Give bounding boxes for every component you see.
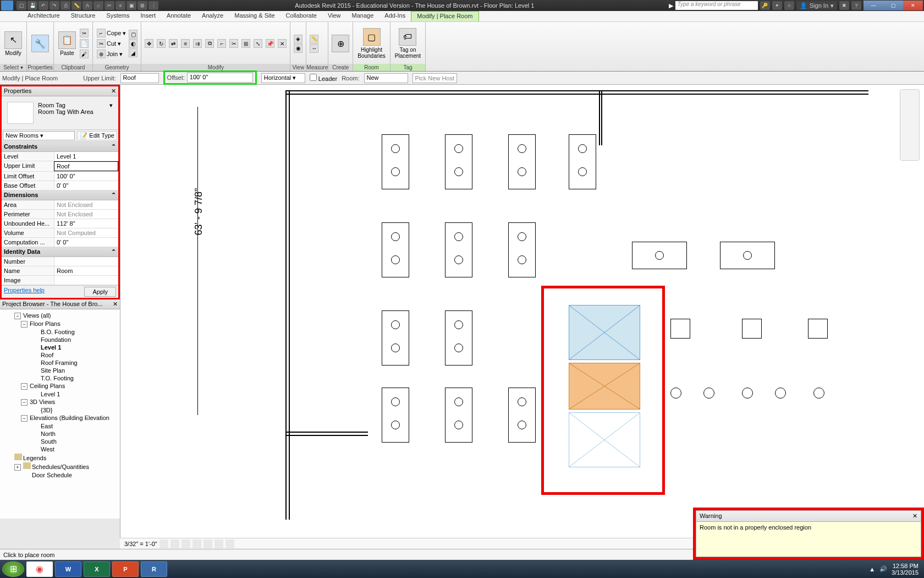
modify-button[interactable]: ↖Modify xyxy=(3,30,23,57)
qat-section-icon[interactable]: ✂ xyxy=(105,1,114,10)
help-icon[interactable]: ? xyxy=(851,1,861,10)
rotate-icon[interactable]: ↻ xyxy=(157,39,166,48)
array-icon[interactable]: ⊞ xyxy=(241,39,250,48)
offset-icon[interactable]: ⇉ xyxy=(193,39,202,48)
qat-undo-icon[interactable]: ↶ xyxy=(38,1,48,10)
browser-close-icon[interactable]: ✕ xyxy=(113,301,118,308)
word-icon[interactable]: W xyxy=(55,561,81,577)
qat-redo-icon[interactable]: ↷ xyxy=(50,1,59,10)
tab-collaborate[interactable]: Collaborate xyxy=(280,11,322,21)
category-dimensions[interactable]: Dimensions⌃ xyxy=(2,190,118,200)
navigation-cube[interactable] xyxy=(900,89,920,161)
vc-reveal-icon[interactable] xyxy=(226,539,234,548)
apply-button[interactable]: Apply xyxy=(84,287,116,297)
tab-annotate[interactable]: Annotate xyxy=(161,11,196,21)
qat-3d-icon[interactable]: ⌂ xyxy=(94,1,103,10)
tab-insert[interactable]: Insert xyxy=(135,11,162,21)
properties-close-icon[interactable]: ✕ xyxy=(111,88,116,95)
signin-button[interactable]: 👤Sign In▾ xyxy=(796,1,837,10)
properties-help-link[interactable]: Properties help xyxy=(4,287,45,297)
orientation-select[interactable]: Horizontal ▾ xyxy=(261,73,305,83)
filter-select[interactable]: New Rooms ▾ xyxy=(3,131,75,140)
move-icon[interactable]: ✥ xyxy=(145,39,153,48)
tab-addins[interactable]: Add-Ins xyxy=(379,11,411,21)
tab-analyze[interactable]: Analyze xyxy=(196,11,229,21)
vc-visual-style-icon[interactable] xyxy=(170,539,179,548)
warning-close-icon[interactable]: ✕ xyxy=(912,512,917,520)
view-icon1[interactable]: ◈ xyxy=(294,35,302,43)
cut-geom-button[interactable]: ✂Cut ▾ xyxy=(96,39,127,48)
tray-up-icon[interactable]: ▲ xyxy=(869,566,875,572)
pin-icon[interactable]: 📌 xyxy=(266,39,274,48)
qat-text-icon[interactable]: A xyxy=(82,1,92,10)
tab-modify-place-room[interactable]: Modify | Place Room xyxy=(411,11,479,21)
subscription-icon[interactable]: 🔑 xyxy=(760,1,770,10)
category-identity[interactable]: Identity Data⌃ xyxy=(2,247,118,257)
delete-icon[interactable]: ✕ xyxy=(278,39,287,48)
join-button[interactable]: ⊕Join ▾ xyxy=(96,49,127,59)
close-button[interactable]: ✕ xyxy=(903,1,923,10)
edit-type-button[interactable]: 📝 Edit Type xyxy=(77,131,117,140)
vc-hide-icon[interactable] xyxy=(215,539,223,548)
browser-tree[interactable]: −Views (all) −Floor Plans B.O. Footing F… xyxy=(0,309,120,519)
tray-sound-icon[interactable]: 🔊 xyxy=(879,565,887,572)
copy-button[interactable]: 📄 xyxy=(79,39,89,48)
scale-icon[interactable]: ⤡ xyxy=(254,39,262,48)
prop-value[interactable]: 112' 8" xyxy=(54,219,118,228)
tab-architecture[interactable]: Architecture xyxy=(22,11,65,21)
prop-value[interactable] xyxy=(54,257,118,266)
vc-shadows-icon[interactable] xyxy=(193,539,201,548)
split-icon[interactable]: ✂ xyxy=(229,39,238,48)
qat-save-icon[interactable]: 💾 xyxy=(28,1,37,10)
copy-modify-icon[interactable]: ⧉ xyxy=(205,39,214,48)
highlight-boundaries-button[interactable]: ▢Highlight Boundaries xyxy=(356,27,387,60)
vc-sun-icon[interactable] xyxy=(182,539,190,548)
trim-icon[interactable]: ⌐ xyxy=(217,39,226,48)
mirror-icon[interactable]: ⇄ xyxy=(169,39,178,48)
qat-dropdown-icon[interactable]: ⋮ xyxy=(148,1,158,10)
excel-icon[interactable]: X xyxy=(84,561,110,577)
tab-systems[interactable]: Systems xyxy=(101,11,135,21)
exchange-icon[interactable]: ✦ xyxy=(772,1,782,10)
prop-value[interactable]: 0' 0" xyxy=(54,181,118,190)
app-menu-icon[interactable] xyxy=(1,1,13,10)
category-constraints[interactable]: Constraints⌃ xyxy=(2,142,118,152)
tag-placement-button[interactable]: 🏷Tag on Placement xyxy=(394,27,422,60)
powerpoint-icon[interactable]: P xyxy=(112,561,139,577)
tab-structure[interactable]: Structure xyxy=(65,11,101,21)
type-selector[interactable]: Room Tag Room Tag With Area ▾ xyxy=(2,96,118,130)
pick-new-host-button[interactable]: Pick New Host xyxy=(413,73,458,83)
view-icon2[interactable]: ◉ xyxy=(294,44,302,53)
exchange-apps-icon[interactable]: ✖ xyxy=(839,1,849,10)
vc-detail-icon[interactable] xyxy=(160,539,168,548)
search-input[interactable]: Type a keyword or phrase xyxy=(675,1,758,10)
prop-value[interactable]: 0' 0" xyxy=(54,238,118,247)
dim-icon[interactable]: ↔ xyxy=(310,44,318,53)
qat-switch-icon[interactable]: ⊞ xyxy=(138,1,147,10)
tab-massing[interactable]: Massing & Site xyxy=(229,11,280,21)
create-icon[interactable]: ⊕ xyxy=(332,35,349,52)
favorite-icon[interactable]: ☆ xyxy=(784,1,794,10)
drawing-canvas[interactable]: 63' - 9 7/8" xyxy=(120,85,924,566)
qat-print-icon[interactable]: ⎙ xyxy=(61,1,70,10)
match-button[interactable]: 🖌 xyxy=(79,49,89,59)
vc-crop-icon[interactable] xyxy=(204,539,212,548)
tab-manage[interactable]: Manage xyxy=(346,11,380,21)
qat-thin-lines-icon[interactable]: ≡ xyxy=(116,1,125,10)
cope-button[interactable]: ⌐Cope ▾ xyxy=(96,28,127,38)
chrome-icon[interactable]: ◉ xyxy=(26,561,53,577)
geom-icon2[interactable]: ◐ xyxy=(129,39,138,48)
tab-view[interactable]: View xyxy=(322,11,346,21)
prop-value[interactable]: Level 1 xyxy=(54,152,118,161)
prop-value[interactable]: Roof xyxy=(54,161,118,171)
scale-label[interactable]: 3/32" = 1'-0" xyxy=(124,541,157,547)
qat-open-icon[interactable]: ▢ xyxy=(16,1,26,10)
qat-measure-icon[interactable]: 📏 xyxy=(72,1,81,10)
properties-button[interactable]: 🔧 xyxy=(30,34,50,53)
prop-value[interactable]: Room xyxy=(54,266,118,275)
geom-icon3[interactable]: ◢ xyxy=(129,48,138,57)
minimize-button[interactable]: — xyxy=(864,1,883,10)
prop-value[interactable]: 100' 0" xyxy=(54,172,118,181)
geom-icon1[interactable]: ▢ xyxy=(129,30,138,39)
cut-button[interactable]: ✂ xyxy=(79,28,89,38)
